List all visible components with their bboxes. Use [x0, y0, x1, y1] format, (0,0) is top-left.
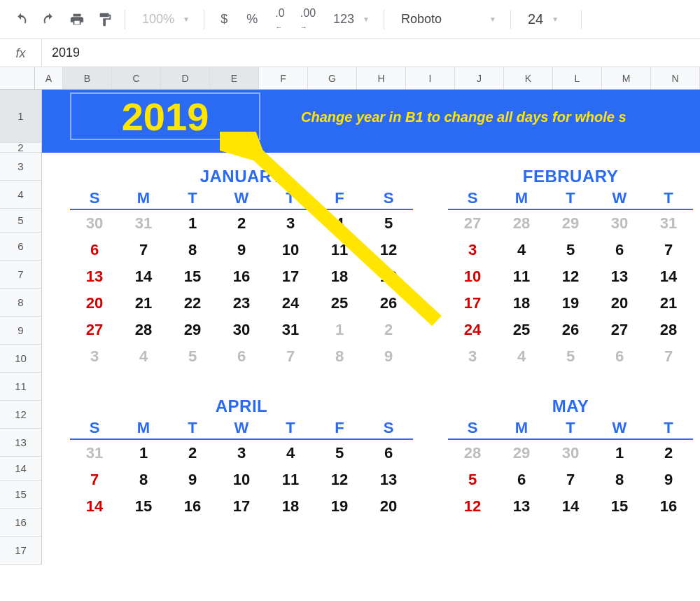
column-header-F[interactable]: F	[259, 67, 308, 89]
row-header-7[interactable]: 7	[0, 261, 42, 289]
calendar-day[interactable]: 30	[70, 210, 119, 237]
column-header-D[interactable]: D	[161, 67, 210, 89]
calendar-day[interactable]: 15	[119, 493, 168, 520]
formula-input[interactable]	[42, 46, 700, 60]
column-header-B[interactable]: B	[63, 67, 112, 89]
calendar-day[interactable]: 5	[448, 467, 497, 493]
row-header-15[interactable]: 15	[0, 481, 42, 509]
calendar-day[interactable]: 6	[595, 237, 644, 263]
calendar-day[interactable]: 6	[70, 237, 119, 263]
calendar-day[interactable]: 16	[168, 493, 217, 520]
calendar-day[interactable]: 14	[546, 493, 595, 520]
column-header-M[interactable]: M	[602, 67, 651, 89]
calendar-day[interactable]: 2	[217, 210, 266, 237]
calendar-day[interactable]: 13	[497, 493, 546, 520]
calendar-day[interactable]: 5	[546, 237, 595, 263]
calendar-day[interactable]: 31	[266, 317, 315, 343]
calendar-day[interactable]: 21	[644, 290, 693, 317]
calendar-day[interactable]: 14	[644, 263, 693, 290]
calendar-day[interactable]: 24	[266, 290, 315, 317]
calendar-day[interactable]: 12	[315, 467, 364, 493]
calendar-day[interactable]: 7	[70, 467, 119, 493]
row-header-3[interactable]: 3	[0, 153, 42, 181]
calendar-day[interactable]: 20	[595, 290, 644, 317]
calendar-day[interactable]: 19	[546, 290, 595, 317]
select-all-corner[interactable]	[0, 67, 35, 89]
row-header-2[interactable]: 2	[0, 143, 42, 153]
calendar-day[interactable]: 20	[364, 493, 413, 520]
calendar-day[interactable]: 17	[217, 493, 266, 520]
calendar-day[interactable]: 7	[644, 237, 693, 263]
row-header-8[interactable]: 8	[0, 289, 42, 317]
calendar-day[interactable]: 14	[70, 493, 119, 520]
column-header-E[interactable]: E	[210, 67, 259, 89]
calendar-day[interactable]: 10	[217, 467, 266, 493]
calendar-day[interactable]: 13	[595, 263, 644, 290]
calendar-day[interactable]: 30	[546, 440, 595, 467]
calendar-day[interactable]: 10	[266, 237, 315, 263]
row-header-11[interactable]: 11	[0, 373, 42, 401]
calendar-day[interactable]: 7	[119, 237, 168, 263]
calendar-day[interactable]: 2	[364, 317, 413, 343]
calendar-day[interactable]: 1	[315, 317, 364, 343]
calendar-day[interactable]: 31	[644, 210, 693, 237]
row-header-5[interactable]: 5	[0, 209, 42, 233]
calendar-day[interactable]: 28	[497, 210, 546, 237]
paint-format-button[interactable]	[92, 7, 118, 32]
calendar-day[interactable]: 18	[315, 263, 364, 290]
calendar-day[interactable]: 29	[546, 210, 595, 237]
column-header-J[interactable]: J	[455, 67, 504, 89]
column-header-N[interactable]: N	[651, 67, 700, 89]
calendar-day[interactable]: 6	[364, 440, 413, 467]
row-header-9[interactable]: 9	[0, 317, 42, 345]
calendar-day[interactable]: 28	[119, 317, 168, 343]
calendar-day[interactable]: 19	[315, 493, 364, 520]
print-button[interactable]	[64, 7, 90, 32]
calendar-day[interactable]: 22	[168, 290, 217, 317]
year-cell[interactable]: 2019	[70, 92, 260, 140]
row-header-14[interactable]: 14	[0, 457, 42, 481]
calendar-day[interactable]: 29	[497, 440, 546, 467]
calendar-day[interactable]: 11	[266, 467, 315, 493]
calendar-day[interactable]: 23	[217, 290, 266, 317]
font-size-dropdown[interactable]: 24 ▼	[518, 7, 574, 32]
calendar-day[interactable]: 27	[448, 210, 497, 237]
calendar-day[interactable]: 6	[595, 343, 644, 370]
calendar-day[interactable]: 3	[217, 440, 266, 467]
calendar-day[interactable]: 14	[119, 263, 168, 290]
calendar-day[interactable]: 4	[119, 343, 168, 370]
percent-button[interactable]: %	[239, 7, 265, 32]
currency-button[interactable]: $	[211, 7, 237, 32]
calendar-day[interactable]: 31	[70, 440, 119, 467]
calendar-day[interactable]: 4	[266, 440, 315, 467]
increase-decimal-button[interactable]: .00→	[295, 7, 321, 32]
calendar-day[interactable]: 2	[644, 440, 693, 467]
row-header-17[interactable]: 17	[0, 537, 42, 565]
calendar-day[interactable]: 30	[217, 317, 266, 343]
column-header-I[interactable]: I	[406, 67, 455, 89]
calendar-day[interactable]: 25	[315, 290, 364, 317]
calendar-day[interactable]: 2	[168, 440, 217, 467]
calendar-day[interactable]: 8	[315, 343, 364, 370]
calendar-day[interactable]: 12	[546, 263, 595, 290]
calendar-day[interactable]: 5	[546, 343, 595, 370]
row-header-10[interactable]: 10	[0, 345, 42, 373]
calendar-day[interactable]: 7	[546, 467, 595, 493]
undo-button[interactable]	[8, 7, 34, 32]
calendar-day[interactable]: 5	[315, 440, 364, 467]
calendar-day[interactable]: 8	[119, 467, 168, 493]
zoom-dropdown[interactable]: 100% ▼	[132, 7, 197, 32]
calendar-day[interactable]: 28	[448, 440, 497, 467]
calendar-day[interactable]: 17	[266, 263, 315, 290]
row-header-1[interactable]: 1	[0, 90, 42, 143]
calendar-day[interactable]: 24	[448, 317, 497, 343]
calendar-day[interactable]: 3	[448, 343, 497, 370]
calendar-day[interactable]: 27	[595, 317, 644, 343]
calendar-day[interactable]: 1	[595, 440, 644, 467]
calendar-day[interactable]: 9	[644, 467, 693, 493]
calendar-day[interactable]: 8	[168, 237, 217, 263]
column-header-K[interactable]: K	[504, 67, 553, 89]
calendar-day[interactable]: 21	[119, 290, 168, 317]
row-header-16[interactable]: 16	[0, 509, 42, 537]
calendar-day[interactable]: 19	[364, 263, 413, 290]
